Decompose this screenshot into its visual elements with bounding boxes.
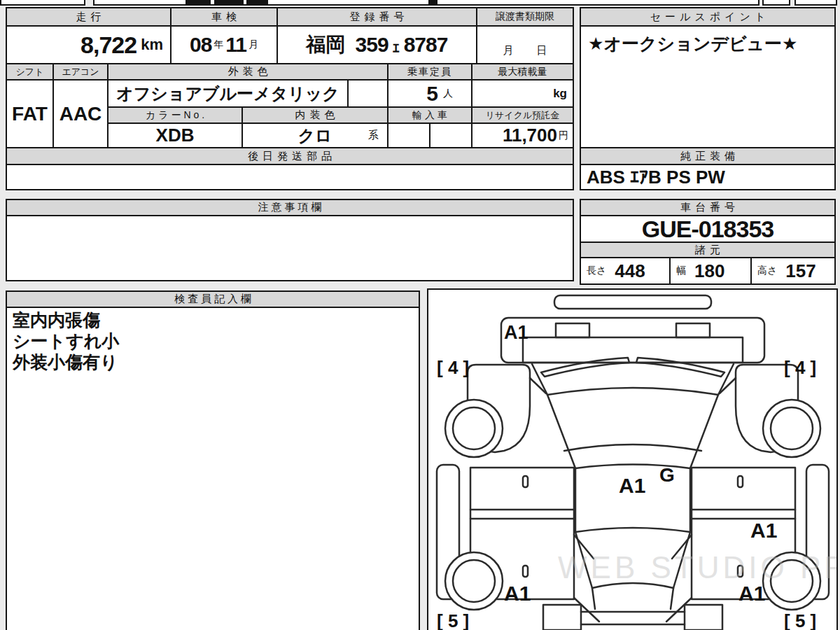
recycle-deposit-unit: 円 <box>559 130 568 142</box>
tire-depth-front-right: [ 4 ] <box>784 357 816 378</box>
inspector-body: 室内内張傷 シートすれ小 外装小傷有り <box>6 307 420 630</box>
registration-header: 登録番号 <box>276 7 477 27</box>
transfer-day-unit: 日 <box>537 44 547 57</box>
inspector-line: シートすれ小 <box>13 330 119 351</box>
notes-header: 注意事項欄 <box>6 199 574 216</box>
cutoff-text-fragment <box>246 0 268 6</box>
spec-height: 高さ 157 <box>750 257 836 285</box>
auction-sheet: 走行 車検 登録番号 譲渡書類期限 8,722 km 08 年 11 月 福岡 … <box>0 0 840 630</box>
inspection-value: 08 年 11 月 <box>170 25 278 64</box>
aircon-value: AAC <box>52 79 108 148</box>
later-parts-value <box>6 164 574 190</box>
spec-width-value: 180 <box>694 260 724 282</box>
wiper-shape <box>636 358 724 377</box>
exterior-color-value: オフショアブルーメタリック <box>107 79 349 108</box>
interior-color-value: クロ 系 <box>241 122 388 148</box>
specs-header: 諸元 <box>580 241 836 258</box>
cutoff-text-fragment <box>214 0 244 6</box>
recycle-deposit-value: 11,700 円 <box>471 122 574 148</box>
chassis-no-value: GUE-018353 <box>580 215 836 243</box>
color-no-code: XDB <box>156 125 195 146</box>
door-handle <box>738 476 743 487</box>
tire-depth-rear-right: [ 5 ] <box>784 610 816 630</box>
import-car-cell-b <box>429 122 472 148</box>
left-taillight-shape <box>543 605 581 630</box>
inspection-year: 08 <box>190 33 211 57</box>
registration-number: 8787 <box>404 33 448 57</box>
shift-header: シフト <box>6 63 54 80</box>
mileage-number: 8,722 <box>80 31 136 59</box>
cutoff-text-fragment <box>186 0 211 6</box>
genuine-equipment-text: ABS ｴｱB PS PW <box>587 167 725 188</box>
damage-label-right-rear-door: A1 <box>750 519 777 542</box>
transfer-month-unit: 月 <box>503 44 514 57</box>
spec-width-label: 幅 <box>676 265 686 277</box>
damage-label-front-bumper: A1 <box>504 322 528 343</box>
registration-region: 福岡 <box>307 31 346 58</box>
sales-point-value: ★オークションデビュー★ <box>580 25 836 148</box>
windshield-shape <box>547 388 718 395</box>
interior-color-name: クロ <box>298 125 332 147</box>
exterior-color-extra-cell <box>347 79 388 108</box>
interior-color-suffix: 系 <box>368 129 379 142</box>
registration-value: 福岡 359 ｴ 8787 <box>276 25 477 64</box>
cutoff-row-cell <box>794 0 837 6</box>
spec-length-label: 長さ <box>587 265 606 277</box>
spec-length: 長さ 448 <box>580 257 671 285</box>
inspector-header: 検査員記入欄 <box>6 290 420 308</box>
left-headlight-shape <box>556 323 589 337</box>
watermark-text: WEB STUDIO PRO <box>558 550 836 584</box>
inspection-header: 車検 <box>170 7 278 27</box>
recycle-deposit-header: リサイクル預託金 <box>471 106 574 124</box>
shift-value: FAT <box>6 79 54 148</box>
max-load-header: 最大積載量 <box>471 63 574 80</box>
exterior-color-name: オフショアブルーメタリック <box>116 83 340 105</box>
right-taillight-shape <box>685 605 722 630</box>
registration-class: 359 <box>356 33 388 57</box>
right-headlight-shape <box>676 323 710 337</box>
genuine-equipment-header: 純正装備 <box>580 147 836 165</box>
door-handle <box>523 566 528 577</box>
car-diagram: WEB STUDIO PRO A1 [ 4 ] [ 4 ] G A1 A1 A1… <box>428 290 836 630</box>
cutoff-row-cell <box>762 0 790 6</box>
mileage-unit: km <box>141 36 163 54</box>
tire-depth-rear-left: [ 5 ] <box>437 610 469 630</box>
spec-height-label: 高さ <box>757 265 777 277</box>
transfer-docs-value: 月 日 <box>476 25 574 64</box>
spec-height-value: 157 <box>785 260 816 282</box>
cutoff-row-cell <box>0 0 85 6</box>
tire-depth-front-left: [ 4 ] <box>437 357 469 378</box>
later-parts-header: 後日発送部品 <box>6 147 574 165</box>
door-handle <box>523 476 528 487</box>
genuine-equipment-value: ABS ｴｱB PS PW <box>580 164 836 190</box>
recycle-deposit-amount: 11,700 <box>503 125 557 146</box>
aircon-header: エアコン <box>52 63 108 80</box>
cutoff-row-cell <box>436 0 760 6</box>
sales-point-text: ★オークションデビュー★ <box>588 32 798 55</box>
interior-color-header: 内装色 <box>241 106 388 124</box>
damage-label-right-rear-wheel: A1 <box>738 582 765 605</box>
cutoff-text-fragment <box>428 0 437 6</box>
aircon-code: AAC <box>59 103 102 125</box>
registration-kana: ｴ <box>393 41 400 57</box>
capacity-value: 5 人 <box>387 79 472 108</box>
color-no-header: カラーNo. <box>107 106 243 124</box>
wiper-shape <box>541 358 629 377</box>
spec-length-value: 448 <box>615 260 645 282</box>
import-car-header: 輸入車 <box>387 106 472 124</box>
front-bumper-shape <box>554 295 711 309</box>
inspector-line: 室内内張傷 <box>13 309 119 330</box>
capacity-number: 5 <box>426 82 438 106</box>
spec-width: 幅 180 <box>669 257 752 285</box>
inspection-year-unit: 年 <box>214 38 223 51</box>
transfer-docs-header: 譲渡書類期限 <box>476 7 574 27</box>
mileage-value: 8,722 km <box>6 25 172 64</box>
capacity-unit: 人 <box>443 88 453 100</box>
chassis-no-header: 車台番号 <box>580 199 836 216</box>
damage-label-windshield: G <box>659 464 675 486</box>
max-load-unit: kg <box>553 87 567 101</box>
shift-code: FAT <box>12 103 48 125</box>
mileage-header: 走行 <box>6 7 172 27</box>
import-car-cell-a <box>387 122 430 148</box>
max-load-value: kg <box>471 79 574 108</box>
